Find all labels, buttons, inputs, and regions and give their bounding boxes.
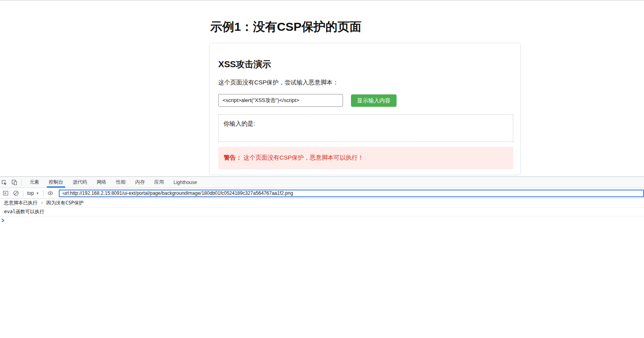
devtools-tabs: 元素 控制台 源代码 网络 性能 内存 应用 Lighthouse xyxy=(25,177,202,188)
toolbar-separator xyxy=(23,190,23,196)
eye-icon[interactable] xyxy=(45,188,56,198)
tab-sources[interactable]: 源代码 xyxy=(68,177,92,188)
card-heading: XSS攻击演示 xyxy=(218,58,271,70)
warning-prefix: 警告： xyxy=(224,154,242,161)
xss-script-input[interactable] xyxy=(218,94,343,107)
tab-elements[interactable]: 元素 xyxy=(25,177,44,188)
card-description: 这个页面没有CSP保护，尝试输入恶意脚本： xyxy=(218,79,339,86)
toolbar-separator xyxy=(21,179,22,186)
device-toolbar-icon[interactable] xyxy=(9,177,20,188)
tab-performance[interactable]: 性能 xyxy=(111,177,130,188)
page-title: 示例1：没有CSP保护的页面 xyxy=(210,19,361,35)
chevron-right-icon xyxy=(1,218,6,223)
console-sidebar-icon[interactable] xyxy=(0,188,11,198)
context-label: top xyxy=(27,190,34,196)
javascript-context-select[interactable]: top ▼ xyxy=(25,190,42,196)
tab-network[interactable]: 网络 xyxy=(92,177,111,188)
toolbar-separator xyxy=(43,190,44,196)
console-input-prompt[interactable] xyxy=(0,216,644,224)
devtools-panel: 元素 控制台 源代码 网络 性能 内存 应用 Lighthouse xyxy=(0,176,644,338)
xss-demo-card: XSS攻击演示 这个页面没有CSP保护，尝试输入恶意脚本： 显示输入内容 你输入… xyxy=(209,43,521,175)
chevron-down-icon: ▼ xyxy=(36,192,39,195)
tab-lighthouse[interactable]: Lighthouse xyxy=(169,177,202,188)
console-message: 恶意脚本已执行 - 因为没有CSP保护 xyxy=(0,199,644,208)
tab-console[interactable]: 控制台 xyxy=(44,177,68,188)
window-top-edge xyxy=(0,0,644,1)
output-box: 你输入的是: xyxy=(218,114,513,142)
clear-console-icon[interactable] xyxy=(11,188,21,198)
console-toolbar: top ▼ xyxy=(0,188,644,199)
devtools-left-icons xyxy=(0,177,23,188)
console-filter-input[interactable] xyxy=(59,190,644,197)
screen: 示例1：没有CSP保护的页面 XSS攻击演示 这个页面没有CSP保护，尝试输入恶… xyxy=(0,0,644,338)
warning-banner: 警告：这个页面没有CSP保护，恶意脚本可以执行！ xyxy=(218,147,513,169)
warning-text: 这个页面没有CSP保护，恶意脚本可以执行！ xyxy=(243,154,364,161)
tab-application[interactable]: 应用 xyxy=(150,177,169,188)
output-label: 你输入的是: xyxy=(223,120,255,127)
console-messages-area: 恶意脚本已执行 - 因为没有CSP保护 eval函数可以执行 xyxy=(0,199,644,224)
devtools-tab-bar: 元素 控制台 源代码 网络 性能 内存 应用 Lighthouse xyxy=(0,177,644,188)
show-input-button[interactable]: 显示输入内容 xyxy=(351,94,397,107)
tab-memory[interactable]: 内存 xyxy=(130,177,150,188)
inspect-cursor-icon[interactable] xyxy=(0,177,9,188)
console-message: eval函数可以执行 xyxy=(0,208,644,216)
